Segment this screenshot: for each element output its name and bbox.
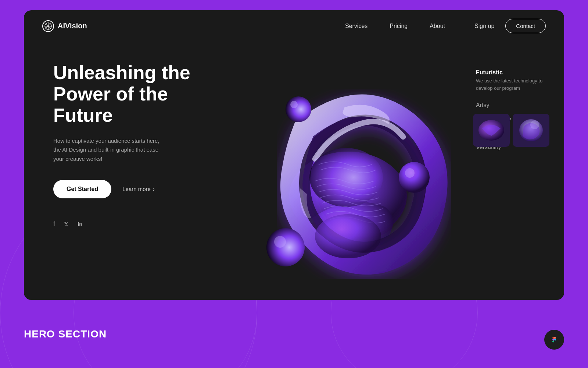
hero-title: Unleashing the Power of the Future <box>53 62 208 126</box>
arrow-icon: › <box>153 186 155 192</box>
facebook-icon[interactable]: f <box>53 220 55 228</box>
featured-desc: We use the latest technology to develop … <box>476 77 549 92</box>
figma-icon[interactable] <box>544 330 564 350</box>
svg-point-10 <box>399 162 430 193</box>
logo-icon <box>42 20 54 32</box>
svg-point-9 <box>290 101 298 108</box>
svg-point-13 <box>274 236 286 248</box>
linkedin-icon[interactable]: in <box>78 221 82 227</box>
get-started-button[interactable]: Get Started <box>53 180 111 198</box>
svg-point-7 <box>315 214 381 258</box>
nav-links: Services Pricing About <box>345 23 445 29</box>
navbar: AIVision Services Pricing About Sign up … <box>24 10 564 42</box>
thumbnails <box>473 114 549 147</box>
footer-label: HERO SECTION <box>24 328 107 340</box>
svg-point-12 <box>266 228 305 266</box>
brand-name: AIVision <box>58 22 87 30</box>
svg-point-6 <box>309 148 383 207</box>
featured-title: Futuristic <box>476 69 549 76</box>
thumbnail-2[interactable] <box>513 114 549 147</box>
twitter-icon[interactable]: 𝕏 <box>64 221 69 228</box>
svg-point-11 <box>405 168 415 178</box>
svg-point-16 <box>530 120 539 129</box>
hero-description: How to captivate your audience starts he… <box>53 137 167 164</box>
main-card: AIVision Services Pricing About Sign up … <box>24 10 564 300</box>
nav-services[interactable]: Services <box>345 23 368 29</box>
hero-visual <box>186 40 472 300</box>
nav-actions: Sign up Contact <box>474 19 546 33</box>
logo[interactable]: AIVision <box>42 20 87 32</box>
svg-point-8 <box>286 96 311 122</box>
footer-bar: HERO SECTION <box>0 300 588 368</box>
sign-up-link[interactable]: Sign up <box>474 23 494 29</box>
contact-button[interactable]: Contact <box>505 19 546 33</box>
nav-pricing[interactable]: Pricing <box>390 23 408 29</box>
learn-more-link[interactable]: Learn more › <box>122 186 154 192</box>
3d-shape-container <box>252 63 444 277</box>
featured-item: Futuristic We use the latest technology … <box>476 69 549 92</box>
hero-buttons: Get Started Learn more › <box>53 180 208 198</box>
nav-about[interactable]: About <box>430 23 445 29</box>
thumbnail-1[interactable] <box>473 114 510 147</box>
sidebar-item-artsy[interactable]: Artsy <box>476 102 549 109</box>
main-3d-shape <box>241 56 455 291</box>
social-links: f 𝕏 in <box>53 220 208 228</box>
hero-content: Unleashing the Power of the Future How t… <box>53 62 208 228</box>
right-sidebar: Futuristic We use the latest technology … <box>476 69 549 158</box>
